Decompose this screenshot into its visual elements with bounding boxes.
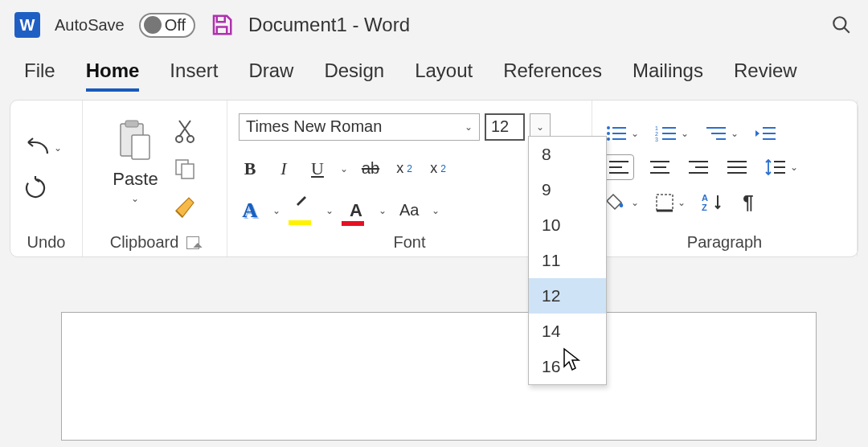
line-spacing-button[interactable]	[763, 156, 800, 178]
font-size-option[interactable]: 11	[529, 243, 606, 278]
clipboard-launcher-icon[interactable]	[186, 236, 199, 249]
autosave-state: Off	[165, 16, 186, 35]
autosave-toggle[interactable]: Off	[139, 13, 195, 38]
font-size-option[interactable]: 8	[529, 137, 606, 172]
svg-point-11	[607, 132, 610, 135]
ribbon: Undo Paste	[10, 100, 858, 257]
font-size-option[interactable]: 12	[529, 278, 606, 314]
cut-button[interactable]	[173, 117, 197, 145]
chevron-down-icon	[731, 128, 739, 139]
group-font-label: Font	[393, 233, 425, 252]
italic-button[interactable]: I	[272, 157, 295, 181]
font-name-combobox[interactable]: Times New Roman	[239, 113, 480, 141]
paste-button[interactable]: Paste	[111, 117, 159, 206]
chevron-down-icon[interactable]	[340, 163, 348, 174]
align-center-button[interactable]	[647, 156, 673, 178]
group-paragraph-label: Paragraph	[687, 233, 762, 252]
tab-home[interactable]: Home	[86, 59, 140, 92]
tab-draw[interactable]: Draw	[248, 59, 293, 92]
svg-text:A: A	[702, 193, 708, 203]
superscript-button[interactable]: x2	[427, 158, 449, 180]
chevron-down-icon[interactable]	[432, 205, 440, 216]
svg-text:Z: Z	[702, 203, 707, 212]
document-title: Document1 - Word	[248, 14, 410, 36]
chevron-down-icon	[465, 121, 473, 133]
paste-label: Paste	[113, 169, 158, 190]
subscript-button[interactable]: x2	[393, 158, 416, 180]
svg-point-0	[833, 17, 845, 29]
toggle-knob	[144, 16, 162, 34]
change-case-button[interactable]: Aa	[398, 199, 420, 222]
svg-point-5	[176, 136, 182, 142]
decrease-indent-button[interactable]	[753, 122, 779, 145]
font-size-combobox[interactable]: 12	[485, 113, 525, 141]
group-clipboard-label: Clipboard	[110, 233, 179, 252]
tab-mailings[interactable]: Mailings	[633, 59, 703, 92]
font-size-dropdown-list[interactable]: 891011121416	[528, 136, 607, 385]
multilevel-list-button[interactable]	[703, 122, 740, 145]
strikethrough-button[interactable]: ab	[359, 158, 382, 180]
sort-button[interactable]: AZ	[700, 191, 724, 214]
font-size-value: 12	[491, 117, 509, 136]
text-effects-button[interactable]: A	[239, 197, 261, 224]
copy-button[interactable]	[172, 156, 198, 182]
font-size-option[interactable]: 9	[529, 172, 606, 207]
chevron-down-icon	[131, 193, 139, 204]
highlight-swatch	[289, 220, 311, 225]
chevron-down-icon	[681, 128, 689, 139]
justify-button[interactable]	[724, 156, 750, 178]
word-app-icon: W	[14, 12, 40, 38]
svg-point-13	[607, 137, 610, 141]
tab-layout[interactable]: Layout	[415, 59, 473, 92]
svg-point-6	[187, 136, 194, 142]
autosave-label: AutoSave	[55, 16, 125, 35]
font-size-option[interactable]: 16	[529, 349, 606, 384]
svg-rect-8	[182, 164, 194, 178]
bullets-button[interactable]	[604, 122, 641, 145]
tab-references[interactable]: References	[503, 59, 602, 92]
chevron-down-icon	[678, 197, 686, 208]
svg-text:2: 2	[655, 131, 658, 137]
font-color-button[interactable]: A	[345, 199, 367, 223]
svg-rect-42	[657, 195, 673, 211]
group-undo-label: Undo	[27, 233, 66, 252]
shading-button[interactable]	[604, 191, 641, 214]
svg-rect-4	[132, 135, 149, 159]
underline-button[interactable]: U	[306, 157, 329, 181]
font-color-swatch	[342, 221, 364, 226]
group-paragraph: 123 AZ ¶ Paragraph	[592, 100, 858, 256]
align-right-button[interactable]	[686, 156, 711, 178]
repeat-button[interactable]	[22, 174, 49, 202]
chevron-down-icon	[631, 128, 639, 139]
save-icon[interactable]	[210, 13, 234, 37]
numbering-button[interactable]: 123	[653, 122, 690, 145]
undo-button[interactable]	[22, 136, 63, 160]
search-button[interactable]	[829, 13, 854, 37]
tab-review[interactable]: Review	[734, 59, 797, 92]
show-hide-marks-button[interactable]: ¶	[737, 190, 760, 215]
chevron-down-icon	[790, 162, 798, 173]
ribbon-tabs: File Home Insert Draw Design Layout Refe…	[0, 50, 868, 92]
svg-line-1	[844, 27, 850, 33]
chevron-down-icon	[631, 197, 639, 208]
svg-point-9	[607, 126, 610, 129]
format-painter-button[interactable]	[171, 193, 199, 220]
highlight-color-button[interactable]	[292, 199, 314, 222]
font-size-option[interactable]: 14	[529, 314, 606, 349]
chevron-down-icon	[54, 142, 62, 154]
document-page[interactable]	[61, 312, 817, 441]
group-undo: Undo	[10, 100, 83, 256]
tab-file[interactable]: File	[24, 59, 55, 92]
borders-button[interactable]	[653, 191, 687, 214]
chevron-down-icon	[536, 121, 544, 133]
svg-text:3: 3	[655, 137, 658, 142]
title-bar: W AutoSave Off Document1 - Word	[0, 0, 868, 50]
align-left-button[interactable]	[604, 154, 634, 180]
chevron-down-icon[interactable]	[272, 205, 280, 216]
font-size-option[interactable]: 10	[529, 207, 606, 243]
tab-design[interactable]: Design	[324, 59, 384, 92]
chevron-down-icon[interactable]	[379, 205, 387, 216]
chevron-down-icon[interactable]	[326, 205, 334, 216]
bold-button[interactable]: B	[239, 157, 261, 181]
tab-insert[interactable]: Insert	[170, 59, 218, 92]
